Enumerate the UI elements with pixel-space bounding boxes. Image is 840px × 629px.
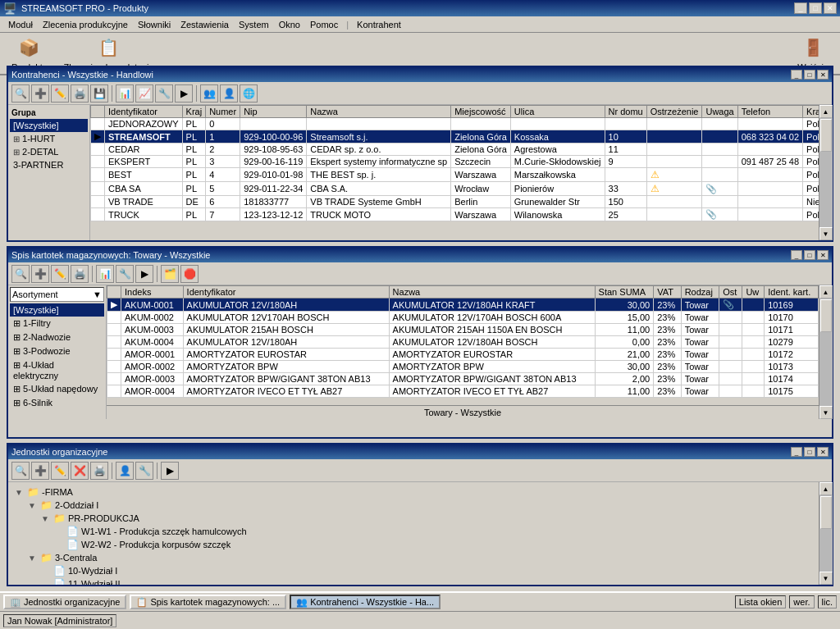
k-btn-9[interactable]: ▶ (175, 84, 193, 103)
window-controls[interactable]: _ □ ✕ (794, 2, 837, 14)
kontrahenci-maximize[interactable]: □ (804, 70, 815, 80)
spis-scrollbar[interactable]: ▲ ▼ (819, 285, 832, 419)
s-btn-8[interactable]: 🗂️ (161, 265, 179, 283)
spis-sidebar-filtry[interactable]: ⊞ 1-Filtry (10, 317, 104, 330)
kontrahenci-close[interactable]: ✕ (817, 70, 829, 80)
taskbar-org[interactable]: 🏢 Jednostki organizacyjne (3, 595, 126, 609)
tree-node[interactable]: 📄 10-Wydział I (11, 564, 815, 577)
kontrahenci-scrollbar[interactable]: ▲ ▼ (819, 105, 832, 240)
table-row[interactable]: AMOR-0001 AMORTYZATOR EUROSTAR AMORTYZAT… (107, 349, 819, 361)
spis-sidebar-silnik[interactable]: ⊞ 6-Silnik (10, 396, 104, 410)
table-row[interactable]: AKUM-0002 AKUMULATOR 12V170AH BOSCH AKUM… (107, 312, 819, 324)
k-btn-1[interactable]: 🔍 (11, 84, 30, 103)
s-btn-1[interactable]: 🔍 (11, 265, 30, 283)
close-button[interactable]: ✕ (824, 2, 837, 14)
spis-col-vat[interactable]: VAT (654, 286, 681, 299)
s-btn-3[interactable]: ✏️ (51, 265, 69, 283)
taskbar-kontrahenci[interactable]: 👥 Kontrahenci - Wszystkie - Ha... (290, 595, 441, 609)
table-row[interactable]: ▶ STREAMSOFT PL 1 929-100-00-96 Streamso… (91, 130, 819, 144)
table-row[interactable]: TRUCK PL 7 123-123-12-12 TRUCK MOTO Wars… (91, 208, 819, 221)
org-minimize[interactable]: _ (791, 447, 802, 457)
sidebar-all[interactable]: [Wszystkie] (10, 119, 88, 132)
k-btn-7[interactable]: 📈 (135, 84, 153, 103)
spis-col-stan[interactable]: Stan SUMA (595, 286, 654, 299)
s-btn-2[interactable]: ➕ (31, 265, 49, 283)
table-row[interactable]: JEDNORAZOWY PL 0 Polska (91, 118, 819, 130)
o-btn-3[interactable]: ✏️ (51, 462, 69, 480)
spis-sidebar-el[interactable]: ⊞ 4-Układ elektryczny (10, 358, 104, 382)
spis-minimize[interactable]: _ (791, 250, 802, 260)
tree-node[interactable]: 📄 W2-W2 - Produkcja korpusów szczęk (11, 538, 815, 551)
tree-node[interactable]: 📄 W1-W1 - Produkcja szczęk hamulcowych (11, 525, 815, 538)
sidebar-partner[interactable]: 3-PARTNER (10, 158, 88, 171)
menu-okno[interactable]: Okno (274, 18, 305, 31)
org-scroll-down[interactable]: ▼ (819, 572, 833, 585)
menu-zestawienia[interactable]: Zestawienia (176, 18, 234, 31)
table-row[interactable]: ▶ AKUM-0001 AKUMULATOR 12V/180AH AKUMULA… (107, 299, 819, 312)
col-miejscowosc[interactable]: Miejscowość (451, 106, 511, 118)
k-btn-2[interactable]: ➕ (31, 84, 49, 103)
org-maximize[interactable]: □ (804, 447, 815, 457)
o-btn-2[interactable]: ➕ (31, 462, 49, 480)
col-ulica[interactable]: Ulica (510, 106, 605, 118)
tree-expand-icon[interactable]: ▼ (41, 514, 51, 523)
spis-maximize[interactable]: □ (804, 250, 815, 260)
menu-system[interactable]: System (234, 18, 274, 31)
o-btn-5[interactable]: 🖨️ (90, 462, 108, 480)
s-btn-6[interactable]: 🔧 (116, 265, 134, 283)
k-btn-10[interactable]: 👥 (200, 84, 218, 103)
spis-sidebar-nadwozie[interactable]: ⊞ 2-Nadwozie (10, 330, 104, 344)
menu-modul[interactable]: Moduł (3, 18, 38, 31)
table-row[interactable]: EKSPERT PL 3 929-00-16-119 Ekspert syste… (91, 156, 819, 168)
col-uwaga[interactable]: Uwaga (702, 106, 737, 118)
spis-col-identyfikator[interactable]: Identyfikator (183, 286, 389, 299)
org-scrollbar[interactable]: ▲ ▼ (819, 482, 832, 585)
table-row[interactable]: VB TRADE DE 6 181833777 VB TRADE Systeme… (91, 196, 819, 208)
s-btn-4[interactable]: 🖨️ (71, 265, 89, 283)
maximize-button[interactable]: □ (809, 2, 822, 14)
spis-sidebar-podwozie[interactable]: ⊞ 3-Podwozie (10, 344, 104, 358)
menu-zlecenia[interactable]: Zlecenia produkcyjne (38, 18, 133, 31)
spis-close[interactable]: ✕ (817, 250, 829, 260)
spis-col-ost[interactable]: Ost (719, 286, 742, 299)
spis-col-indeks[interactable]: Indeks (121, 286, 184, 299)
col-numer[interactable]: Numer (206, 106, 240, 118)
k-btn-6[interactable]: 📊 (116, 84, 134, 103)
tree-node[interactable]: ▼ 📁 -FIRMA (11, 485, 815, 499)
col-ostrzezenie[interactable]: Ostrzeżenie (646, 106, 702, 118)
spis-sidebar-nap[interactable]: ⊞ 5-Układ napędowy (10, 382, 104, 396)
col-nip[interactable]: Nip (240, 106, 307, 118)
o-btn-7[interactable]: 🔧 (135, 462, 153, 480)
spis-sidebar-all[interactable]: [Wszystkie] (10, 303, 104, 317)
table-row[interactable]: AKUM-0003 AKUMULATOR 215AH BOSCH AKUMULA… (107, 324, 819, 336)
menu-slowniki[interactable]: Słowniki (133, 18, 176, 31)
s-btn-7[interactable]: ▶ (135, 265, 153, 283)
table-row[interactable]: CBA SA PL 5 929-011-22-34 CBA S.A. Wrocł… (91, 182, 819, 196)
table-row[interactable]: AMOR-0003 AMORTYZATOR BPW/GIGANT 38TON A… (107, 373, 819, 385)
scroll-up[interactable]: ▲ (819, 105, 833, 118)
k-btn-8[interactable]: 🔧 (155, 84, 173, 103)
table-row[interactable]: AKUM-0004 AKUMULATOR 12V/180AH AKUMULATO… (107, 336, 819, 349)
col-id[interactable]: Identyfikator (105, 106, 183, 118)
sidebar-detal[interactable]: ⊞ 2-DETAL (10, 145, 88, 158)
spis-col-uw[interactable]: Uw (742, 286, 765, 299)
o-btn-4[interactable]: ❌ (71, 462, 89, 480)
tree-expand-icon[interactable]: ▼ (28, 554, 38, 563)
asortyment-dropdown-icon[interactable]: ▼ (93, 289, 102, 299)
minimize-button[interactable]: _ (794, 2, 807, 14)
tree-expand-icon[interactable]: ▼ (15, 488, 25, 497)
tree-node[interactable]: ▼ 📁 PR-PRODUKCJA (11, 512, 815, 525)
table-row[interactable]: AMOR-0004 AMORTYZATOR IVECO ET TYŁ AB27 … (107, 385, 819, 398)
s-btn-5[interactable]: 📊 (96, 265, 114, 283)
k-btn-4[interactable]: 🖨️ (71, 84, 89, 103)
tree-node[interactable]: ▼ 📁 3-Centrala (11, 551, 815, 564)
taskbar-spis[interactable]: 📋 Spis kartotek magazynowych: ... (130, 595, 286, 609)
k-btn-3[interactable]: ✏️ (51, 84, 69, 103)
kontrahenci-minimize[interactable]: _ (791, 70, 802, 80)
col-nr-domu[interactable]: Nr domu (605, 106, 646, 118)
menu-pomoc[interactable]: Pomoc (305, 18, 343, 31)
scroll-down[interactable]: ▼ (819, 227, 833, 240)
spis-col-rodzaj[interactable]: Rodzaj (681, 286, 719, 299)
org-close[interactable]: ✕ (817, 447, 829, 457)
spis-col-nazwa[interactable]: Nazwa (389, 286, 595, 299)
